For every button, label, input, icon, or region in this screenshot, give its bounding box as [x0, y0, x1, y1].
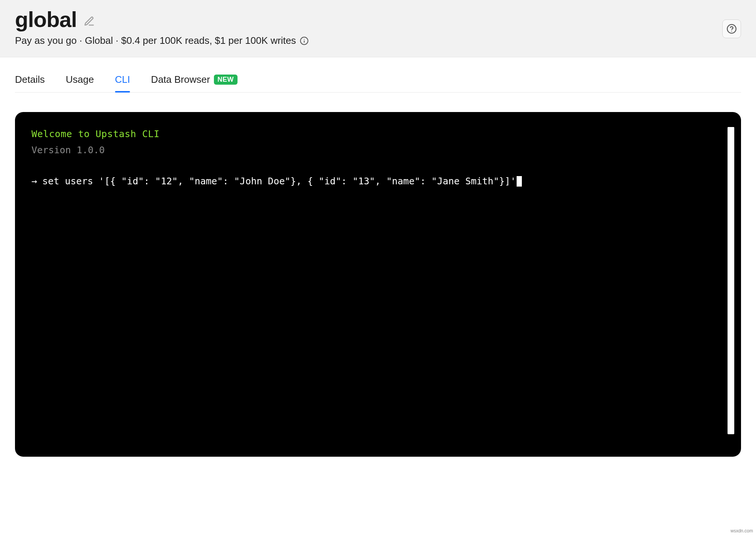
tab-label: Usage [66, 74, 94, 85]
title-row: global [15, 7, 741, 32]
tab-data-browser[interactable]: Data Browser NEW [151, 74, 238, 92]
tab-details[interactable]: Details [15, 74, 45, 92]
tab-label: Data Browser [151, 74, 210, 85]
terminal-scrollbar[interactable] [728, 127, 734, 434]
subtitle-text: Pay as you go · Global · $0.4 per 100K r… [15, 35, 296, 46]
tabs: Details Usage CLI Data Browser NEW [15, 57, 741, 93]
page-title: global [15, 7, 77, 32]
terminal-welcome: Welcome to Upstash CLI [31, 127, 725, 142]
new-badge: NEW [214, 75, 238, 85]
page-header: global Pay as you go · Global · $0.4 per… [0, 0, 756, 57]
terminal-input-line[interactable]: → set users '[{ "id": "12", "name": "Joh… [31, 174, 725, 189]
help-button[interactable] [722, 19, 741, 38]
edit-icon[interactable] [84, 12, 95, 27]
watermark: wsxdn.com [731, 528, 753, 534]
terminal-prompt: → [31, 174, 37, 189]
terminal-command: set users '[{ "id": "12", "name": "John … [42, 174, 516, 189]
info-icon[interactable] [300, 36, 309, 45]
tab-usage[interactable]: Usage [66, 74, 94, 92]
tab-cli[interactable]: CLI [115, 74, 130, 92]
terminal-version: Version 1.0.0 [31, 143, 725, 158]
cli-terminal[interactable]: Welcome to Upstash CLI Version 1.0.0 → s… [15, 112, 741, 457]
tab-label: CLI [115, 74, 130, 85]
tab-label: Details [15, 74, 45, 85]
terminal-cursor [517, 176, 522, 187]
content-area: Details Usage CLI Data Browser NEW Welco… [0, 57, 756, 472]
subtitle-row: Pay as you go · Global · $0.4 per 100K r… [15, 35, 741, 46]
